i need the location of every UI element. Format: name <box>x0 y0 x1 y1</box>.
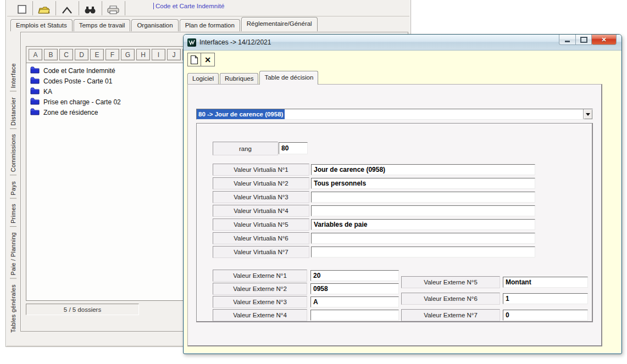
alphabet-button[interactable]: G <box>121 49 135 60</box>
alphabet-button[interactable]: D <box>75 49 88 60</box>
alphabet-button[interactable]: F <box>106 49 119 60</box>
dialog-tab[interactable]: Table de décision <box>259 71 318 85</box>
virtualia-row: Valeur Virtualia N°3 <box>213 191 535 203</box>
externe-value-field[interactable]: 20 <box>310 270 399 281</box>
dialog-tab[interactable]: Rubriques <box>220 73 258 85</box>
alphabet-button[interactable]: E <box>90 49 104 60</box>
virtualia-label: Valeur Virtualia N°5 <box>213 219 309 231</box>
dropdown-arrow-icon[interactable] <box>583 109 592 119</box>
toolbar-divider <box>32 1 33 15</box>
externe-value-field[interactable]: 0958 <box>310 283 399 294</box>
alphabet-button[interactable]: B <box>44 49 58 60</box>
alphabet-button[interactable]: A <box>29 49 42 60</box>
dialog-title: Interfaces -> 14/12/2021 <box>199 38 271 46</box>
externe-label: Valeur Externe N°3 <box>213 296 307 308</box>
externe-values-left-section: Valeur Externe N°1 20 Valeur Externe N°2… <box>213 270 399 322</box>
toolbar-divider <box>56 1 56 15</box>
rang-label: rang <box>213 142 278 155</box>
toolbar-divider <box>102 1 102 15</box>
module-tab[interactable]: Plan de formation <box>180 19 240 31</box>
externe-label: Valeur Externe N°7 <box>401 309 500 321</box>
records-count-text: 5 / 5 dossiers <box>64 306 101 313</box>
print-icon[interactable] <box>105 1 121 15</box>
side-tab[interactable]: Pays <box>10 181 16 199</box>
folder-label: Codes Poste - Carte 01 <box>43 77 112 85</box>
virtualia-value-field[interactable]: Tous personnels <box>311 178 535 189</box>
virtualia-value-field[interactable] <box>311 192 535 203</box>
module-tab[interactable]: Temps de travail <box>74 19 131 31</box>
virtualia-value-field[interactable]: Variables de paie <box>311 219 535 230</box>
externe-row: Valeur Externe N°4 <box>213 309 399 321</box>
externe-value-field[interactable]: Montant <box>503 277 588 288</box>
window-controls <box>559 35 617 45</box>
alphabet-button[interactable]: I <box>152 49 165 60</box>
dialog-tab[interactable]: Logiciel <box>187 73 219 85</box>
externe-row: Valeur Externe N°7 0 <box>401 309 588 321</box>
virtualia-label: Valeur Virtualia N°6 <box>213 232 309 244</box>
maximize-button[interactable] <box>576 35 592 45</box>
alphabet-button[interactable]: J <box>167 49 181 60</box>
side-tab[interactable]: Primes <box>10 204 16 227</box>
externe-value-field[interactable]: 0 <box>503 310 588 321</box>
module-tab[interactable]: Organisation <box>131 19 178 31</box>
externe-value-field[interactable]: 1 <box>503 293 588 304</box>
category-side-tabs: Interface Distancier Commissions Pays Pr… <box>7 60 20 335</box>
open-folder-icon[interactable] <box>36 1 52 15</box>
interfaces-dialog: Interfaces -> 14/12/2021 Logiciel Rubriq… <box>183 34 622 354</box>
alphabet-button[interactable]: C <box>59 49 73 60</box>
side-tab[interactable]: Tables générales <box>10 284 16 333</box>
virtualia-value-field[interactable] <box>311 205 535 216</box>
side-tab[interactable]: Distancier <box>10 97 16 129</box>
virtualia-value-field[interactable]: Jour de carence (0958) <box>311 164 535 175</box>
module-tab[interactable]: Emplois et Statuts <box>10 19 73 31</box>
virtualia-label: Valeur Virtualia N°1 <box>213 164 309 176</box>
minimize-button[interactable] <box>559 35 576 45</box>
main-toolbar: Code et Carte Indemnité <box>7 0 409 16</box>
folder-label: KA <box>43 88 52 96</box>
externe-label: Valeur Externe N°4 <box>213 309 307 321</box>
virtualia-label: Valeur Virtualia N°3 <box>213 191 309 203</box>
externe-value-field[interactable] <box>310 310 399 321</box>
externe-row: Valeur Externe N°6 1 <box>401 293 588 305</box>
virtualia-label: Valeur Virtualia N°4 <box>213 205 309 217</box>
side-tab[interactable]: Interface <box>10 63 16 92</box>
virtualia-value-field[interactable] <box>311 247 535 257</box>
virtualia-row: Valeur Virtualia N°1 Jour de carence (09… <box>213 164 535 176</box>
dialog-tab-bar: Logiciel Rubriques Table de décision <box>187 71 319 85</box>
dropdown-selected-value: 80 -> Jour de carence (0958) <box>197 109 285 119</box>
folder-label: Zone de résidence <box>43 109 98 116</box>
module-tab-bar: Emplois et Statuts Temps de travail Orga… <box>10 17 319 31</box>
rang-value: 80 <box>281 144 288 152</box>
table-de-decision-page: 80 -> Jour de carence (0958) rang 80 Val… <box>187 84 602 346</box>
virtualia-row: Valeur Virtualia N°7 <box>213 246 535 258</box>
externe-label: Valeur Externe N°5 <box>401 276 500 288</box>
collapse-up-icon[interactable] <box>59 1 75 15</box>
delete-x-icon <box>204 55 211 64</box>
toolbar-divider <box>125 1 125 15</box>
externe-row: Valeur Externe N°3 A <box>213 296 399 308</box>
side-tab[interactable]: Commissions <box>10 134 16 175</box>
context-record-label: Code et Carte Indemnité <box>153 3 224 9</box>
delete-record-button[interactable] <box>201 53 215 66</box>
close-button[interactable] <box>592 35 617 45</box>
virtualia-app-icon <box>187 38 196 47</box>
dialog-titlebar[interactable]: Interfaces -> 14/12/2021 <box>184 35 622 51</box>
rang-field[interactable]: 80 <box>279 142 308 154</box>
externe-row: Valeur Externe N°2 0958 <box>213 283 399 295</box>
folder-label: Code et Carte Indemnité <box>43 67 115 75</box>
side-tab[interactable]: Paie / Planning <box>10 232 16 279</box>
virtualia-value-field[interactable] <box>311 233 535 244</box>
folder-icon <box>30 77 40 86</box>
externe-label: Valeur Externe N°6 <box>401 293 500 305</box>
externe-row: Valeur Externe N°1 20 <box>213 270 399 282</box>
new-record-button[interactable] <box>187 53 201 66</box>
alphabet-button[interactable]: H <box>136 49 150 60</box>
search-binoculars-icon[interactable] <box>82 1 98 15</box>
virtualia-row: Valeur Virtualia N°2 Tous personnels <box>213 177 535 189</box>
module-tab[interactable]: Réglementaire/Général <box>241 17 318 31</box>
folder-icon <box>30 98 40 107</box>
new-document-icon[interactable] <box>14 1 30 15</box>
externe-value-field[interactable]: A <box>310 296 399 307</box>
decision-detail-group: rang 80 Valeur Virtualia N°1 Jour de car… <box>196 123 593 322</box>
decision-row-dropdown[interactable]: 80 -> Jour de carence (0958) <box>196 109 593 120</box>
